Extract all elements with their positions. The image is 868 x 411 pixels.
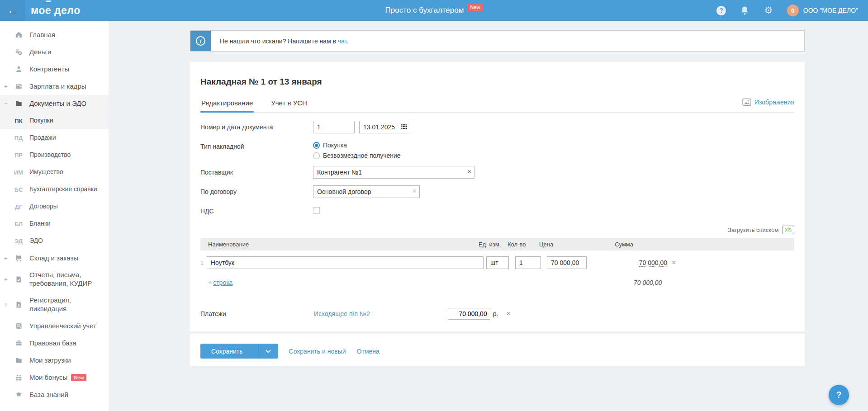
currency-label: р.	[493, 310, 498, 317]
supplier-input[interactable]	[313, 166, 474, 179]
avatar: 0	[787, 5, 799, 16]
payments-row: Платежи Исходящее п/п №2 р. ×	[200, 308, 794, 320]
invoice-form: Номер и дата документа Тип накладной	[200, 121, 794, 215]
item-name-input[interactable]	[207, 256, 484, 269]
sidebar-item-blanki[interactable]: БЛ Бланки	[0, 215, 109, 232]
sidebar-item-otchety[interactable]: + Отчеты, письма, требования, КУДИР	[0, 267, 109, 292]
sidebar-item-sklad[interactable]: + Склад и заказы	[0, 250, 109, 267]
remove-payment-icon[interactable]: ×	[506, 310, 510, 318]
column-name: Наименование	[200, 241, 479, 248]
sidebar-item-moi-zagruzki[interactable]: Мои загрузки	[0, 352, 109, 369]
company-name: ООО "МОЕ ДЕЛО"	[803, 7, 858, 14]
xls-badge[interactable]: xls	[782, 226, 794, 234]
tabs-bar: Редактирование Учет в УСН Изображения	[200, 96, 794, 113]
app-logo[interactable]: мое дело	[31, 5, 81, 17]
document-number-input[interactable]	[313, 121, 355, 133]
tab-redaktirovanie[interactable]: Редактирование	[200, 96, 254, 112]
person-icon	[12, 66, 25, 73]
cart-icon	[12, 255, 25, 262]
clear-contract-icon[interactable]: ×	[413, 187, 417, 195]
row-number: 1	[200, 260, 207, 266]
sidebar-item-dokumenty-edo[interactable]: − Документы и ЭДО	[0, 95, 109, 112]
calendar-icon[interactable]	[401, 124, 407, 130]
chat-link[interactable]: чат	[338, 38, 347, 45]
account-menu[interactable]: 0 ООО "МОЕ ДЕЛО"	[787, 5, 858, 16]
tab-uchet-v-usn[interactable]: Учет в УСН	[270, 96, 308, 112]
column-unit: Ед. изм.	[479, 241, 508, 248]
info-icon: i	[196, 36, 205, 46]
contract-input[interactable]	[313, 185, 420, 198]
help-button[interactable]: ?	[716, 5, 726, 15]
sidebar-item-upravlencheskiy[interactable]: ₽ Управленческий учет	[0, 317, 109, 335]
sidebar-item-baza-znaniy[interactable]: База знаний	[0, 386, 109, 403]
save-button[interactable]: Сохранить	[200, 344, 278, 359]
images-link[interactable]: Изображения	[742, 98, 794, 106]
sidebar-item-dengi[interactable]: ₽ Деньги	[0, 43, 109, 61]
item-unit-input[interactable]	[486, 256, 509, 269]
expand-plus-icon[interactable]: +	[0, 276, 12, 283]
gear-icon: ⚙	[764, 5, 773, 16]
contract-label: По договору	[200, 185, 313, 195]
payment-amount-input[interactable]	[448, 308, 490, 320]
add-row-link[interactable]: +строка	[208, 279, 232, 286]
items-total: 70 000,00	[634, 279, 794, 286]
save-and-new-link[interactable]: Сохранить и новый	[289, 348, 346, 355]
briefcase-icon	[12, 340, 25, 347]
question-icon: ?	[836, 390, 841, 400]
folder-icon	[12, 357, 25, 364]
radio-bezvozmezdnoe[interactable]: Безвозмездное получение	[313, 152, 401, 159]
sidebar-item-buh-spravki[interactable]: БС Бухгалтерские справки	[0, 181, 109, 198]
sidebar-item-glavnaya[interactable]: Главная	[0, 26, 109, 43]
sidebar-item-imushchestvo[interactable]: ИМ Имущество	[0, 164, 109, 181]
chevron-down-icon	[266, 350, 271, 353]
items-table: Наименование Ед. изм. Кол-во Цена Сумма …	[200, 238, 794, 286]
upload-list-label[interactable]: Загрузить списком	[728, 227, 778, 233]
number-date-label: Номер и дата документа	[200, 121, 313, 131]
vat-checkbox[interactable]	[313, 207, 320, 214]
item-qty-input[interactable]	[515, 256, 541, 269]
back-button[interactable]: ←	[0, 0, 25, 21]
item-sum-value[interactable]: 70 000,00	[639, 259, 667, 267]
sidebar-item-edo[interactable]: ЭД ЭДО	[0, 232, 109, 250]
settings-button[interactable]: ⚙	[764, 5, 773, 15]
bonus-new-badge: New	[71, 374, 86, 381]
sidebar-item-prodazhi[interactable]: ПД Продажи	[0, 129, 109, 146]
table-row: 1 70 000,00 ×	[200, 256, 794, 269]
clear-supplier-icon[interactable]: ×	[467, 168, 471, 176]
help-fab[interactable]: ?	[829, 385, 849, 405]
expand-plus-icon[interactable]: +	[0, 255, 12, 262]
ruble-report-icon: ₽	[12, 322, 25, 330]
radio-unselected-icon	[313, 152, 320, 159]
sidebar-item-zarplata[interactable]: + Зарплата и кадры	[0, 78, 109, 95]
sidebar-item-pokupki[interactable]: ПК Покупки	[0, 112, 109, 129]
sidebar-item-kontragenty[interactable]: Контрагенты	[0, 61, 109, 78]
cancel-link[interactable]: Отмена	[357, 348, 379, 355]
save-dropdown-button[interactable]	[258, 344, 278, 359]
column-price: Цена	[539, 241, 608, 248]
document-check-icon	[12, 276, 25, 283]
sidebar-item-registraciya[interactable]: + Регистрация, ликвидация	[0, 292, 109, 317]
image-icon	[742, 98, 751, 106]
notifications-button[interactable]	[740, 5, 750, 15]
items-table-header: Наименование Ед. изм. Кол-во Цена Сумма	[200, 238, 794, 250]
expand-plus-icon[interactable]: +	[0, 83, 12, 90]
sidebar-item-proizvodstvo[interactable]: ПР Производство	[0, 146, 109, 164]
sidebar-item-moi-bonusy[interactable]: Мои бонусы New	[0, 369, 109, 386]
sidebar-item-dogovory[interactable]: ДГ Договоры	[0, 198, 109, 215]
form-footer: Сохранить Сохранить и новый Отмена	[190, 331, 805, 366]
home-icon	[12, 31, 25, 38]
sidebar-item-pravovaya-baza[interactable]: Правовая база	[0, 335, 109, 352]
tagline-new-badge: New	[467, 4, 483, 11]
main-content: i Не нашли что искали? Напишите нам в ча…	[109, 21, 868, 411]
delete-row-icon[interactable]: ×	[672, 259, 676, 267]
banner-text: Не нашли что искали? Напишите нам в чат.	[220, 38, 349, 45]
expand-plus-icon[interactable]: +	[0, 301, 12, 308]
column-qty: Кол-во	[508, 241, 539, 248]
payment-document-link[interactable]: Исходящее п/п №2	[314, 310, 370, 317]
column-sum: Сумма	[608, 241, 633, 248]
collapse-minus-icon[interactable]: −	[0, 100, 12, 107]
item-price-input[interactable]	[547, 256, 587, 269]
radio-selected-icon	[313, 142, 320, 149]
graduation-cap-icon	[12, 391, 25, 398]
radio-pokupka[interactable]: Покупка	[313, 142, 401, 149]
